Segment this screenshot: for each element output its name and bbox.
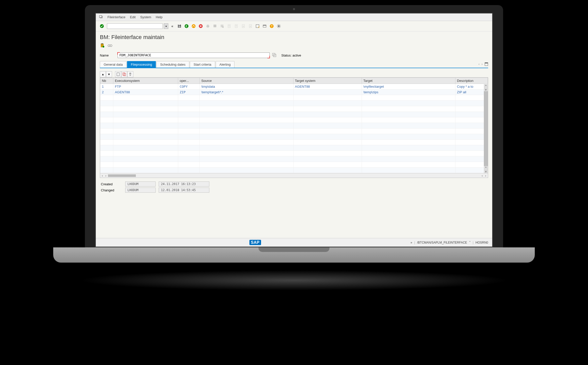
display-icon[interactable] <box>107 44 113 48</box>
col-executionsystem[interactable]: Executionsystem <box>113 78 178 84</box>
table-row-empty[interactable] <box>100 162 488 168</box>
tab-start-criteria[interactable]: Start criteria <box>190 61 215 68</box>
tab-fileprocessing[interactable]: Fileprocessing <box>127 61 156 68</box>
status-label: Status: active <box>281 53 301 57</box>
cell[interactable]: ZIP all <box>455 89 488 95</box>
page-last-icon[interactable] <box>247 23 253 29</box>
table-row-empty[interactable] <box>100 123 488 129</box>
move-down-button[interactable]: ▼ <box>106 71 112 77</box>
table-row-empty[interactable] <box>100 168 488 173</box>
hscroll-thumb[interactable] <box>108 174 136 177</box>
move-up-button[interactable]: ▲ <box>100 71 106 77</box>
audit-info: Created LHODUM 24.11.2017 16:13:23 Chang… <box>96 178 492 197</box>
cell[interactable]: ZIP <box>178 89 199 95</box>
paste-icon[interactable] <box>100 43 105 49</box>
table-row-empty[interactable] <box>100 134 488 140</box>
find-icon[interactable] <box>212 23 218 29</box>
tab-scheduling-dates[interactable]: Scheduling dates <box>156 61 189 68</box>
tab-strip: General data Fileprocessing Scheduling d… <box>100 61 488 68</box>
hscroll-left-icon[interactable]: ‹ <box>101 174 104 177</box>
ok-icon[interactable] <box>99 23 105 29</box>
hscroll-left2-icon[interactable]: ‹ <box>481 174 484 177</box>
tab-expand-icon[interactable] <box>485 62 488 67</box>
scroll-down-icon[interactable]: v <box>484 88 488 91</box>
command-field[interactable] <box>107 23 163 29</box>
new-row-icon[interactable] <box>115 71 121 77</box>
table-row-empty[interactable] <box>100 112 488 117</box>
shortcut-icon[interactable] <box>262 23 268 29</box>
menu-system[interactable]: System <box>140 15 151 19</box>
cell[interactable]: AGENT88 <box>113 89 178 95</box>
menu-fileinterface[interactable]: Fileinterface <box>107 15 125 19</box>
cell[interactable]: FTP <box>113 84 178 89</box>
table-row[interactable]: 2AGENT88ZIP\temp\target\*.*\temp\zipsZIP… <box>100 89 488 95</box>
table-row-empty[interactable] <box>100 140 488 145</box>
hscroll-right-icon[interactable]: › <box>105 174 107 177</box>
cell[interactable]: \myfiles\target <box>362 84 455 89</box>
cell[interactable]: \tmp\data <box>200 84 293 89</box>
tab-alerting[interactable]: Alerting <box>216 61 234 68</box>
table-row[interactable]: 1FTPCOPY\tmp\dataAGENT88\myfiles\targetC… <box>100 84 488 89</box>
cell[interactable]: \temp\target\*.* <box>200 89 293 95</box>
table-row-empty[interactable] <box>100 145 488 151</box>
cell[interactable]: 1 <box>100 84 113 89</box>
cell[interactable]: COPY <box>178 84 199 89</box>
page-first-icon[interactable] <box>226 23 232 29</box>
back-icon[interactable]: « <box>169 23 175 29</box>
nav-left-icon[interactable] <box>183 23 190 29</box>
col-source[interactable]: Source <box>200 78 293 84</box>
menu-session-icon[interactable] <box>99 15 103 19</box>
table-row-empty[interactable] <box>100 129 488 134</box>
col-description[interactable]: Description <box>455 78 488 84</box>
scroll-up-icon[interactable]: ^ <box>484 84 488 88</box>
help-icon[interactable]: ? <box>269 23 275 29</box>
statusbar: SAP » | /BTCMAN/SAPLM_FILEINTERFACE ˅ | … <box>96 238 492 247</box>
save-icon[interactable] <box>176 23 182 29</box>
settings-icon[interactable] <box>276 23 282 29</box>
print-icon[interactable] <box>205 23 211 29</box>
svg-rect-39 <box>117 73 119 76</box>
cell[interactable]: AGENT88 <box>293 84 362 89</box>
col-target-system[interactable]: Target system <box>293 78 362 84</box>
created-timestamp: 24.11.2017 16:13:23 <box>159 181 209 187</box>
page-prev-icon[interactable] <box>233 23 239 29</box>
horizontal-scrollbar[interactable]: ‹ › ‹ › <box>100 173 488 178</box>
table-row-empty[interactable] <box>100 95 488 101</box>
name-input[interactable]: FDM_JOBINTERFACE <box>118 52 270 58</box>
table-row-empty[interactable] <box>100 156 488 162</box>
table-row-empty[interactable] <box>100 151 488 156</box>
delete-row-icon[interactable] <box>127 71 133 77</box>
col-target[interactable]: Target <box>362 78 455 84</box>
tab-general-data[interactable]: General data <box>100 61 126 68</box>
cell[interactable]: 2 <box>100 89 113 95</box>
table-row-empty[interactable] <box>100 106 488 112</box>
nav-up-icon[interactable] <box>191 23 197 29</box>
cancel-icon[interactable] <box>198 23 204 29</box>
statusbar-dropdown-icon[interactable]: ˅ <box>469 241 471 244</box>
cell[interactable] <box>293 89 362 95</box>
col-oper[interactable]: oper... <box>178 78 199 84</box>
search-help-icon[interactable] <box>272 53 276 58</box>
find-next-icon[interactable] <box>219 23 225 29</box>
cell[interactable]: \temp\zips <box>362 89 455 95</box>
statusbar-more[interactable]: » <box>411 241 412 244</box>
menu-edit[interactable]: Edit <box>130 15 136 19</box>
cell[interactable]: Copy * a to <box>455 84 488 89</box>
page-next-icon[interactable] <box>240 23 246 29</box>
copy-row-icon[interactable] <box>121 71 127 77</box>
col-nb[interactable]: Nb <box>100 78 113 84</box>
scroll-up2-icon[interactable]: ^ <box>484 166 488 170</box>
menu-help[interactable]: Help <box>156 15 163 19</box>
hscroll-right2-icon[interactable]: › <box>484 174 487 177</box>
table-row-empty[interactable] <box>100 117 488 123</box>
tab-prev-icon[interactable]: ‹ <box>479 62 480 67</box>
statusbar-transaction[interactable]: /BTCMAN/SAPLM_FILEINTERFACE <box>417 241 467 244</box>
scroll-down2-icon[interactable]: v <box>484 170 488 173</box>
vertical-scrollbar[interactable]: ^ v ^ v <box>484 84 488 173</box>
table-row-empty[interactable] <box>100 101 488 106</box>
new-mode-icon[interactable] <box>254 23 261 29</box>
svg-point-32 <box>108 45 110 47</box>
svg-text:?: ? <box>271 25 272 28</box>
tab-next-icon[interactable]: › <box>482 62 483 67</box>
command-dropdown[interactable]: ▾ <box>164 23 168 29</box>
